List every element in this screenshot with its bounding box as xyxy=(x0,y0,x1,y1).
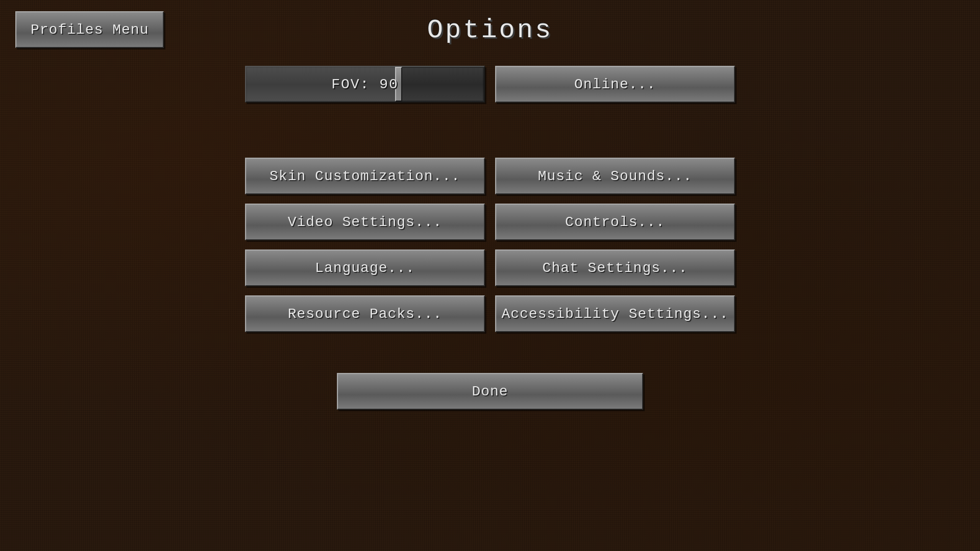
accessibility-settings-button[interactable]: Accessibility Settings... xyxy=(495,295,735,332)
page-title: Options xyxy=(427,15,553,45)
options-grid: Skin Customization... Music & Sounds... … xyxy=(245,158,735,332)
profiles-menu-button[interactable]: Profiles Menu xyxy=(15,11,164,48)
music-sounds-button[interactable]: Music & Sounds... xyxy=(495,158,735,194)
video-settings-button[interactable]: Video Settings... xyxy=(245,204,485,240)
done-button[interactable]: Done xyxy=(337,373,643,410)
controls-button[interactable]: Controls... xyxy=(495,204,735,240)
skin-customization-button[interactable]: Skin Customization... xyxy=(245,158,485,194)
fov-label: FOV: 90 xyxy=(331,77,399,92)
resource-packs-button[interactable]: Resource Packs... xyxy=(245,295,485,332)
language-button[interactable]: Language... xyxy=(245,249,485,286)
online-button[interactable]: Online... xyxy=(495,66,735,103)
chat-settings-button[interactable]: Chat Settings... xyxy=(495,249,735,286)
fov-row: FOV: 90 Online... xyxy=(245,66,735,103)
fov-slider[interactable]: FOV: 90 xyxy=(245,66,485,103)
